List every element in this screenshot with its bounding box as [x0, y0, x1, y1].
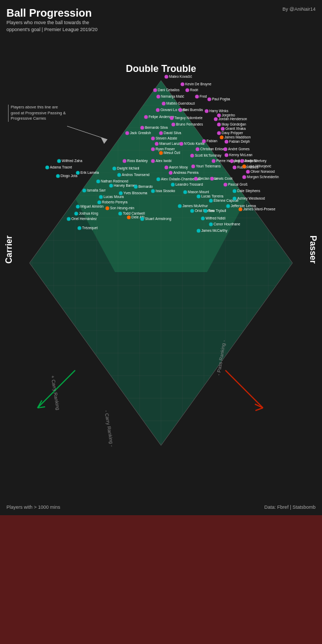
chart-subtitle: Players who move the ball towards the op…	[6, 19, 103, 33]
double-trouble-label: Double Trouble	[126, 63, 196, 75]
chart-container: Ball Progression Players who move the ba…	[0, 0, 322, 499]
footer-space	[0, 515, 322, 644]
header-section: Ball Progression Players who move the ba…	[6, 6, 103, 33]
passer-label: Passer	[308, 236, 318, 264]
bottom-right-note: Data: Fbref | Statsbomb	[265, 504, 316, 510]
attribution: By @AniNair14	[282, 6, 316, 12]
annotation-text: Players above this line are good at Prog…	[8, 105, 67, 122]
chart-title: Ball Progression	[6, 6, 103, 19]
bottom-left-note: Players with > 1000 mins	[6, 504, 60, 510]
bottom-notes: Players with > 1000 mins Data: Fbref | S…	[0, 499, 322, 515]
carrier-label: Carrier	[4, 236, 14, 264]
